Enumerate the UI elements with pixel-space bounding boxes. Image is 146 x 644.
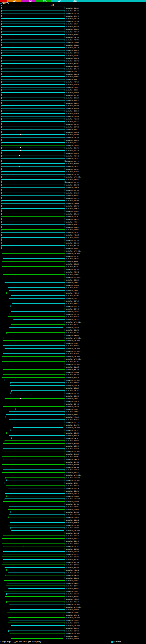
hit-label[interactable]: UniRef100_Q6PW83 <box>66 256 79 257</box>
alignment-bar[interactable] <box>1 100 65 101</box>
hit-label[interactable]: UniRef100_Q16XM5 <box>66 620 79 621</box>
hit-label[interactable]: UniRef100_Q7FSP5 <box>66 327 79 328</box>
alignment-bar[interactable] <box>6 593 65 595</box>
alignment-bar[interactable] <box>1 126 65 128</box>
alignment-bar[interactable] <box>1 128 65 130</box>
hit-label[interactable]: UniRef100_P56332 <box>66 131 79 133</box>
alignment-bar[interactable] <box>1 147 65 149</box>
alignment-bar[interactable] <box>3 345 65 346</box>
alignment-bar[interactable] <box>2 361 65 362</box>
hit-label[interactable]: UniRef100_B7QFV2 <box>66 614 79 616</box>
alignment-bar[interactable] <box>3 279 65 281</box>
alignment-bar[interactable] <box>11 295 65 296</box>
alignment-bar[interactable] <box>1 163 65 164</box>
hit-label[interactable]: UniRef100_Q55CU9 <box>66 627 79 629</box>
hit-label[interactable]: UniRef100_Q93VP3 <box>66 184 79 186</box>
hit-label[interactable]: UniRef100_A8W711 <box>66 78 79 80</box>
alignment-bar[interactable] <box>1 142 65 144</box>
alignment-bar[interactable] <box>11 422 65 423</box>
hit-label[interactable]: UniRef100_B4PZE6 <box>66 503 79 505</box>
alignment-bar[interactable] <box>4 380 65 381</box>
hit-label[interactable]: UniRef100_Q71F45 <box>66 47 79 48</box>
hit-label[interactable]: UniRef100_Q16IW9 <box>66 516 79 518</box>
hit-label[interactable]: UniRef100_B0X7W4 <box>66 506 79 508</box>
alignment-bar[interactable] <box>1 65 65 67</box>
hit-label[interactable]: UniRef100_B3NQ67 <box>66 261 79 262</box>
hit-label[interactable]: UniRef100_C5FLS7 <box>66 300 79 302</box>
alignment-bar[interactable] <box>1 118 65 120</box>
hit-label[interactable]: UniRef100_P56337 <box>66 128 79 130</box>
alignment-bar[interactable] <box>1 198 65 199</box>
hit-label[interactable]: UniRef100_Q06089 <box>66 374 79 376</box>
hit-label[interactable]: UniRef100_C4YC83 <box>66 319 79 320</box>
alignment-bar[interactable] <box>2 372 65 373</box>
alignment-bar[interactable] <box>1 55 65 56</box>
hit-label[interactable]: UniRef100_UPI0000... <box>66 450 82 452</box>
alignment-bar[interactable] <box>3 340 65 341</box>
alignment-bar[interactable] <box>3 353 65 354</box>
hit-label[interactable]: UniRef100_B7F996 <box>66 105 79 106</box>
alignment-bar[interactable] <box>9 314 65 315</box>
alignment-bar[interactable] <box>3 562 65 563</box>
alignment-bar[interactable] <box>10 392 65 394</box>
hit-label[interactable]: UniRef100_B4NE20 <box>66 458 79 460</box>
alignment-bar[interactable] <box>2 538 65 539</box>
hit-label[interactable]: UniRef100_Q9VRH5 <box>66 501 79 502</box>
alignment-bar[interactable] <box>1 150 65 152</box>
alignment-bar[interactable] <box>1 160 65 162</box>
hit-label[interactable]: UniRef100_Q2UKG3 <box>66 590 79 592</box>
hit-label[interactable]: UniRef100_A1D4L5 <box>66 248 79 249</box>
alignment-bar[interactable] <box>11 311 65 312</box>
alignment-bar[interactable] <box>1 205 65 207</box>
alignment-bar[interactable] <box>8 300 65 302</box>
alignment-bar[interactable] <box>3 461 65 463</box>
alignment-bar[interactable] <box>1 166 65 167</box>
alignment-bar[interactable] <box>10 511 65 513</box>
hit-label[interactable]: UniRef100_Q71F49 <box>66 68 79 70</box>
hit-label[interactable]: UniRef100_B3TLM2 <box>66 126 79 128</box>
hit-label[interactable]: UniRef100_B4P0Z9 <box>66 574 79 576</box>
hit-label[interactable]: UniRef100_UPI0000... <box>66 530 82 531</box>
hit-label[interactable]: UniRef100_A6YGE9 <box>66 81 79 83</box>
hit-label[interactable]: UniRef100_A6R601 <box>66 601 79 603</box>
hit-label[interactable]: UniRef100_B5DGQ4 <box>66 372 79 373</box>
hit-label[interactable]: UniRef100_C1BK63 <box>66 366 79 368</box>
hit-label[interactable]: UniRef100_Q91G03 <box>66 324 79 326</box>
alignment-bar[interactable] <box>1 218 65 220</box>
hit-label[interactable]: UniRef100_C4NI51 <box>66 192 79 194</box>
hit-label[interactable]: UniRef100_C1MKT7 <box>66 543 79 544</box>
alignment-bar[interactable] <box>6 480 65 481</box>
hit-label[interactable]: UniRef100_C5PXK0 <box>66 190 79 191</box>
hit-label[interactable]: UniRef100_B8N3H7 <box>66 229 79 230</box>
alignment-bar[interactable] <box>9 627 65 629</box>
alignment-bar[interactable] <box>11 530 64 531</box>
hit-label[interactable]: UniRef100_UPI0000... <box>66 606 82 608</box>
hit-label[interactable]: UniRef100_C6HE56 <box>66 187 79 188</box>
hit-label[interactable]: UniRef100_UPI0000... <box>66 276 82 278</box>
alignment-bar[interactable] <box>1 184 65 186</box>
hit-label[interactable]: UniRef100_Q6LYB6 <box>66 490 79 492</box>
hit-label[interactable]: UniRef100_UPI0000... <box>66 380 82 381</box>
hit-label[interactable]: UniRef100_Q9M5F9 <box>66 110 79 112</box>
hit-label[interactable]: UniRef100_Q59XT0 <box>66 400 79 402</box>
alignment-bar[interactable] <box>4 348 65 349</box>
alignment-bar[interactable] <box>9 298 65 299</box>
alignment-bar[interactable] <box>8 606 65 608</box>
hit-label[interactable]: UniRef100_P22391 <box>66 237 79 238</box>
alignment-bar[interactable] <box>6 432 65 434</box>
alignment-bar[interactable] <box>1 68 65 70</box>
alignment-bar[interactable] <box>1 168 65 170</box>
alignment-bar[interactable] <box>2 556 65 558</box>
alignment-bar[interactable] <box>14 400 65 402</box>
alignment-bar[interactable] <box>1 7 65 9</box>
hit-label[interactable]: UniRef100_P19211 <box>66 224 79 225</box>
hit-label[interactable]: UniRef100_A6YF12 <box>66 419 79 420</box>
alignment-bar[interactable] <box>1 237 65 238</box>
alignment-bar[interactable] <box>1 52 65 54</box>
hit-label[interactable]: UniRef100_C6S757 <box>66 445 79 447</box>
alignment-bar[interactable] <box>1 42 65 43</box>
alignment-bar[interactable] <box>1 39 65 41</box>
alignment-bar[interactable] <box>8 488 65 489</box>
alignment-bar[interactable] <box>1 94 65 96</box>
hit-label[interactable]: UniRef100_Q4F863 <box>66 438 79 439</box>
